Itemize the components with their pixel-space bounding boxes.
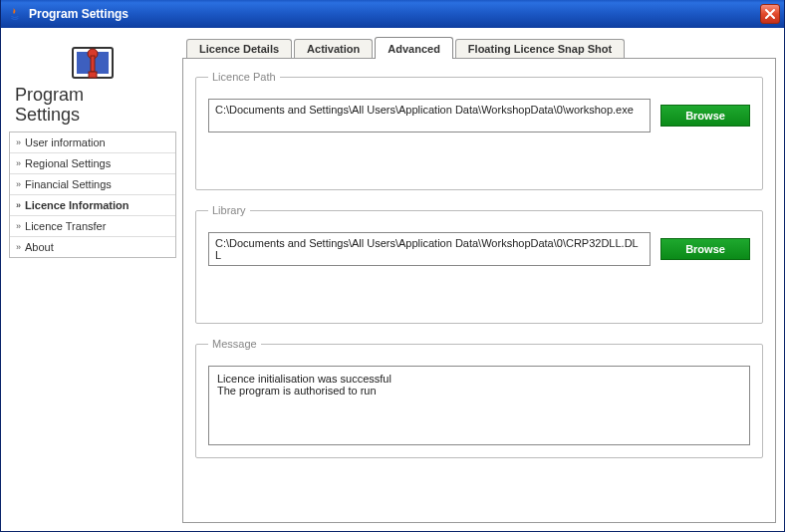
sidebar-icon <box>9 36 176 86</box>
sidebar: Program Settings » User information » Re… <box>9 36 176 523</box>
content-body: Program Settings » User information » Re… <box>1 28 784 531</box>
message-box: Licence initialisation was successful Th… <box>208 366 750 445</box>
sidebar-item-label: Regional Settings <box>25 157 111 169</box>
sidebar-item-label: About <box>25 241 54 253</box>
sidebar-nav: » User information » Regional Settings »… <box>9 132 176 258</box>
browse-library-button[interactable]: Browse <box>660 238 750 260</box>
window-title: Program Settings <box>29 7 760 21</box>
sidebar-item-regional-settings[interactable]: » Regional Settings <box>10 153 175 174</box>
sidebar-item-licence-transfer[interactable]: » Licence Transfer <box>10 216 175 237</box>
chevron-right-icon: » <box>16 242 21 252</box>
close-button[interactable] <box>760 4 780 24</box>
sidebar-heading-line2: Settings <box>15 106 172 126</box>
sidebar-heading: Program Settings <box>9 86 176 132</box>
sidebar-item-label: Financial Settings <box>25 178 112 190</box>
chevron-right-icon: » <box>16 221 21 231</box>
sidebar-item-label: Licence Transfer <box>25 220 106 232</box>
program-settings-window: Program Settings Program Sett <box>0 0 785 532</box>
java-icon <box>7 6 23 22</box>
sidebar-item-label: User information <box>25 136 106 148</box>
tab-floating-licence-snap-shot[interactable]: Floating Licence Snap Shot <box>455 39 625 58</box>
tab-activation[interactable]: Activation <box>294 39 373 58</box>
tab-advanced[interactable]: Advanced <box>375 37 453 59</box>
browse-licence-path-button[interactable]: Browse <box>660 105 750 127</box>
group-legend: Library <box>208 204 250 216</box>
chevron-right-icon: » <box>16 179 21 189</box>
library-path-field[interactable]: C:\Documents and Settings\All Users\Appl… <box>208 232 651 266</box>
tab-bar: Licence Details Activation Advanced Floa… <box>182 36 776 58</box>
chevron-right-icon: » <box>16 158 21 168</box>
svg-rect-4 <box>91 56 95 72</box>
sidebar-item-user-information[interactable]: » User information <box>10 133 175 153</box>
tab-panel-advanced: Licence Path C:\Documents and Settings\A… <box>182 58 776 523</box>
group-legend: Message <box>208 338 261 350</box>
group-legend: Licence Path <box>208 71 280 83</box>
group-licence-path: Licence Path C:\Documents and Settings\A… <box>195 71 763 190</box>
sidebar-item-licence-information[interactable]: » Licence Information <box>10 195 175 216</box>
titlebar: Program Settings <box>1 0 784 28</box>
main-panel: Licence Details Activation Advanced Floa… <box>182 36 776 523</box>
tab-licence-details[interactable]: Licence Details <box>186 39 292 58</box>
settings-icon <box>71 42 115 82</box>
group-library: Library C:\Documents and Settings\All Us… <box>195 204 763 324</box>
sidebar-item-financial-settings[interactable]: » Financial Settings <box>10 174 175 195</box>
svg-rect-5 <box>89 72 97 78</box>
licence-path-field[interactable]: C:\Documents and Settings\All Users\Appl… <box>208 99 651 133</box>
chevron-right-icon: » <box>16 137 21 147</box>
group-message: Message Licence initialisation was succe… <box>195 338 763 458</box>
sidebar-heading-line1: Program <box>15 86 172 106</box>
sidebar-item-label: Licence Information <box>25 199 130 211</box>
chevron-right-icon: » <box>16 200 21 210</box>
close-icon <box>764 8 776 20</box>
sidebar-item-about[interactable]: » About <box>10 237 175 257</box>
